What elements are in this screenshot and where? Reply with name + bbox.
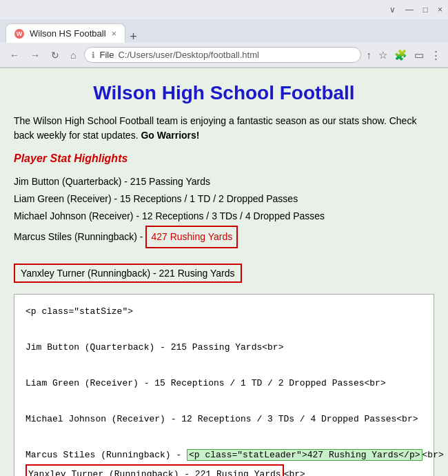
address-bar: ← → ↻ ⌂ ℹ File C:/Users/user/Desktop/foo… <box>0 43 448 68</box>
code-yanxley-highlight: Yanxley Turner (Runningback) - 221 Rusin… <box>26 464 284 476</box>
code-line-marcus: Marcus Stiles (Runningback) - <p class="… <box>26 446 422 464</box>
star-icon[interactable]: ☆ <box>378 49 387 61</box>
restore-icon[interactable]: □ <box>423 5 428 14</box>
stat-line-3: Michael Johnson (Receiver) - 12 Receptio… <box>14 210 325 221</box>
page-title: Wilson High School Football <box>14 82 434 104</box>
menu-icon[interactable]: ⋮ <box>431 49 441 61</box>
active-tab[interactable]: W Wilson HS Football × <box>6 23 125 43</box>
code-br-after-green: <br> <box>422 450 444 460</box>
code-line-blank-2 <box>26 357 422 375</box>
code-line-michael: Michael Johnson (Receiver) - 12 Receptio… <box>26 410 422 428</box>
page-content: Wilson High School Football The Wilson H… <box>0 68 448 476</box>
share-icon[interactable]: ↑ <box>367 49 372 61</box>
tab-favicon: W <box>14 29 24 39</box>
chevron-icon[interactable]: ∨ <box>389 5 396 14</box>
stat-line-4: Marcus Stiles (Runningback) - <box>14 231 143 242</box>
minimize-icon[interactable]: — <box>405 5 414 14</box>
intro-text: The Wilson High School Football team is … <box>14 115 416 141</box>
stat-line-2: Liam Green (Receiver) - 15 Receptions / … <box>14 193 298 204</box>
yanxley-highlighted-line: Yanxley Turner (Runningback) - 221 Rusin… <box>14 264 434 294</box>
code-line-jim: Jim Button (Quarterback) - 215 Passing Y… <box>26 339 422 357</box>
tab-bar: W Wilson HS Football × + <box>0 19 448 43</box>
code-line-blank-3 <box>26 393 422 410</box>
code-line-blank-1 <box>26 321 422 339</box>
cast-icon[interactable]: ▭ <box>414 49 424 61</box>
title-bar: ∨ — □ × <box>0 0 448 19</box>
new-tab-button[interactable]: + <box>130 30 137 43</box>
code-stat-leader-highlight: <p class="statLeader">427 Rushing Yards<… <box>187 449 422 461</box>
stat-list: Jim Button (Quarterback) - 215 Passing Y… <box>14 173 434 257</box>
extension-icon[interactable]: 🧩 <box>394 49 407 61</box>
toolbar-icons: ↑ ☆ 🧩 ▭ ⋮ <box>367 49 442 61</box>
close-icon[interactable]: × <box>438 5 442 14</box>
yanxley-box: Yanxley Turner (Runningback) - 221 Rusin… <box>14 264 242 283</box>
address-input[interactable]: ℹ File C:/Users/user/Desktop/football.ht… <box>84 47 360 63</box>
code-line-liam: Liam Green (Receiver) - 15 Receptions / … <box>26 375 422 393</box>
code-line-open-p: <p class="statSize"> <box>26 303 422 321</box>
stat-line-1: Jim Button (Quarterback) - 215 Passing Y… <box>14 176 210 187</box>
back-button[interactable]: ← <box>7 48 22 62</box>
forward-button[interactable]: → <box>28 48 43 62</box>
intro-paragraph: The Wilson High School Football team is … <box>14 114 434 143</box>
info-icon: ℹ <box>92 50 95 60</box>
code-line-blank-4 <box>26 428 422 446</box>
player-stat-highlights-heading: Player Stat Highlights <box>14 152 434 165</box>
rushing-yards-badge: 427 Rushing Yards <box>145 226 238 248</box>
title-bar-controls: ∨ — □ × <box>389 5 442 14</box>
home-button[interactable]: ⌂ <box>68 48 79 62</box>
browser-chrome: ∨ — □ × W Wilson HS Football × + ← → ↻ ⌂… <box>0 0 448 68</box>
tab-close-button[interactable]: × <box>112 28 117 39</box>
tab-title: Wilson HS Football <box>30 28 106 39</box>
address-url: C:/Users/user/Desktop/football.html <box>118 50 353 60</box>
code-block: <p class="statSize"> Jim Button (Quarter… <box>14 294 434 476</box>
address-prefix: File <box>99 50 114 60</box>
refresh-button[interactable]: ↻ <box>48 48 62 62</box>
go-warriors: Go Warriors! <box>141 130 199 141</box>
code-line-yanxley: Yanxley Turner (Runningback) - 221 Rusin… <box>26 464 422 476</box>
